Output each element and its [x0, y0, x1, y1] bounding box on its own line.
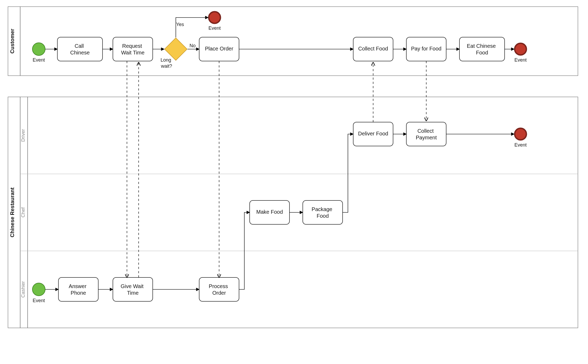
end-event-customer[interactable] — [515, 43, 526, 55]
task-pay-food-label: Pay for Food — [411, 46, 442, 52]
end-event-driver[interactable] — [515, 128, 526, 140]
end-event-customer-label: Event — [514, 57, 527, 63]
end-event-abort[interactable] — [209, 12, 220, 23]
task-make-food-label: Make Food — [256, 209, 283, 215]
task-give-wait[interactable] — [113, 277, 153, 301]
seq-gateway-yes-label: Yes — [176, 22, 184, 27]
gateway-long-wait-label: Long wait? — [160, 57, 172, 69]
task-collect-payment[interactable] — [406, 122, 446, 146]
start-event-cashier[interactable] — [32, 283, 45, 296]
end-event-driver-label: Event — [514, 142, 527, 148]
start-event-cashier-label: Event — [33, 298, 45, 303]
start-event-customer[interactable] — [32, 43, 45, 55]
task-collect-food-label: Collect Food — [358, 46, 388, 52]
seq-gateway-no-label: No — [189, 43, 195, 48]
task-eat-food[interactable] — [459, 37, 505, 61]
lane-label-cashier: Cashier — [20, 281, 26, 298]
bpmn-canvas: Customer Event Call Chinese Request Wait… — [0, 0, 588, 364]
end-event-abort-label: Event — [208, 25, 221, 31]
gateway-long-wait[interactable] — [165, 38, 187, 61]
task-place-order-label: Place Order — [205, 46, 233, 52]
lane-label-chef: Chef — [20, 207, 26, 217]
task-package-food[interactable] — [303, 200, 343, 224]
task-process-order[interactable] — [199, 277, 239, 301]
task-request-wait[interactable] — [113, 37, 153, 61]
lane-label-driver: Driver — [20, 129, 26, 142]
seq-gateway-yes — [176, 18, 208, 37]
svg-rect-0 — [165, 38, 187, 61]
task-answer-phone[interactable] — [58, 277, 98, 301]
start-event-customer-label: Event — [33, 57, 45, 63]
pool-label-restaurant: Chinese Restaurant — [9, 187, 15, 237]
seq-package-deliver — [343, 134, 353, 212]
task-deliver-food-label: Deliver Food — [358, 131, 388, 136]
task-call-restaurant[interactable] — [57, 37, 103, 61]
pool-label-customer: Customer — [9, 29, 15, 54]
